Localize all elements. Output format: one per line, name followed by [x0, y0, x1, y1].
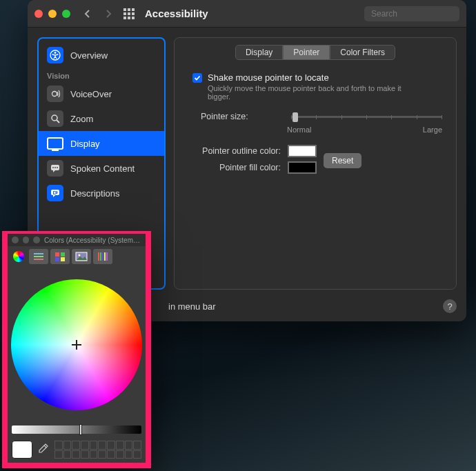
- color-wheel-area: [8, 267, 146, 423]
- svg-rect-13: [34, 259, 43, 260]
- shake-to-locate-hint: Quickly move the mouse pointer back and …: [208, 84, 415, 101]
- svg-point-2: [52, 92, 57, 97]
- svg-rect-21: [100, 252, 101, 261]
- picker-mode-palettes[interactable]: [50, 249, 70, 264]
- pointer-size-label: Pointer size:: [201, 112, 287, 121]
- svg-rect-23: [104, 252, 106, 261]
- outline-color-row: Pointer outline color: Reset: [184, 143, 446, 159]
- current-color-swatch[interactable]: [12, 441, 32, 459]
- forward-button[interactable]: [101, 6, 116, 21]
- search-input[interactable]: [364, 6, 459, 21]
- sidebar-item-label: Spoken Content: [70, 163, 135, 174]
- svg-rect-20: [98, 252, 99, 261]
- window-title: Accessibility: [145, 8, 208, 19]
- picker-titlebar: Colors (Accessibility (System P...: [8, 234, 146, 246]
- pencils-icon: [97, 251, 108, 262]
- zoom-button[interactable]: [62, 10, 70, 18]
- eyedropper-button[interactable]: [37, 443, 50, 457]
- slider-thumb[interactable]: [292, 112, 298, 122]
- slider-min-label: Normal: [287, 126, 311, 134]
- chevron-left-icon: [84, 10, 91, 18]
- sidebar-item-voiceover[interactable]: VoiceOver: [39, 81, 164, 106]
- question-icon: ?: [447, 301, 452, 312]
- sidebar-group-vision: Vision: [39, 68, 164, 81]
- pointer-size-slider[interactable]: [291, 116, 442, 118]
- svg-point-6: [52, 167, 54, 168]
- close-button[interactable]: [34, 10, 43, 18]
- svg-rect-12: [34, 256, 43, 257]
- shake-to-locate-label: Shake mouse pointer to locate: [208, 72, 329, 83]
- crosshair-icon: [72, 340, 81, 350]
- shake-to-locate-checkbox[interactable]: [192, 73, 202, 83]
- sidebar-item-label: Display: [70, 139, 100, 149]
- back-button[interactable]: [80, 6, 95, 21]
- sidebar-item-label: Overview: [70, 50, 108, 61]
- sidebar-item-label: Descriptions: [70, 188, 120, 199]
- window-controls: [34, 10, 70, 18]
- picker-close-button[interactable]: [12, 237, 19, 243]
- svg-rect-14: [55, 252, 59, 257]
- picker-mode-wheel[interactable]: [10, 249, 27, 264]
- brightness-slider[interactable]: [12, 425, 141, 434]
- menubar-fragment-label: in menu bar: [168, 301, 216, 312]
- content-pane: Display Pointer Color Filters Shake mous…: [174, 37, 457, 290]
- accessibility-icon: [47, 47, 63, 63]
- eyedropper-icon: [37, 443, 49, 455]
- picker-title: Colors (Accessibility (System P...: [44, 237, 141, 244]
- picker-mode-bar: [8, 246, 146, 267]
- picker-mode-sliders[interactable]: [29, 249, 48, 264]
- voiceover-icon: [47, 86, 63, 102]
- saved-swatches-grid[interactable]: [54, 441, 141, 459]
- speech-bubble-icon: [47, 160, 63, 177]
- show-all-button[interactable]: [121, 6, 137, 21]
- color-wheel-icon: [13, 251, 24, 262]
- color-wheel[interactable]: [11, 279, 142, 410]
- svg-rect-17: [61, 257, 65, 261]
- minimize-button[interactable]: [48, 10, 57, 18]
- pointer-size-row: Pointer size:: [184, 112, 446, 121]
- help-button[interactable]: ?: [443, 299, 457, 313]
- svg-point-3: [52, 115, 57, 121]
- tab-pointer[interactable]: Pointer: [283, 45, 330, 60]
- tab-display[interactable]: Display: [235, 45, 283, 60]
- grid-icon: [122, 7, 136, 21]
- svg-rect-16: [55, 257, 59, 261]
- picker-minimize-button[interactable]: [23, 237, 30, 243]
- sidebar-item-label: Zoom: [70, 114, 93, 124]
- sidebar-item-label: VoiceOver: [70, 89, 112, 99]
- sliders-icon: [33, 252, 44, 261]
- sidebar-item-zoom[interactable]: Zoom: [39, 106, 164, 131]
- outline-color-well[interactable]: [288, 145, 317, 157]
- svg-point-8: [57, 167, 58, 168]
- svg-point-7: [54, 167, 56, 168]
- slider-max-label: Large: [423, 126, 442, 134]
- sidebar-item-display[interactable]: Display: [39, 131, 164, 156]
- tab-bar: Display Pointer Color Filters: [184, 45, 446, 60]
- picker-zoom-button[interactable]: [33, 237, 40, 243]
- fill-color-label: Pointer fill color:: [184, 163, 281, 172]
- svg-rect-24: [106, 252, 108, 261]
- picker-mode-image[interactable]: [72, 249, 91, 264]
- shake-to-locate-row: Shake mouse pointer to locate: [192, 72, 446, 83]
- svg-point-1: [54, 52, 57, 54]
- svg-line-4: [57, 120, 59, 123]
- brightness-thumb[interactable]: [79, 424, 82, 435]
- descriptions-icon: D: [47, 185, 63, 201]
- reset-button[interactable]: Reset: [324, 153, 361, 168]
- palette-icon: [54, 252, 66, 261]
- fill-color-well[interactable]: [288, 161, 317, 174]
- image-icon: [75, 252, 88, 261]
- svg-rect-15: [61, 252, 65, 257]
- sidebar-item-spoken-content[interactable]: Spoken Content: [39, 156, 164, 181]
- tab-color-filters[interactable]: Color Filters: [330, 45, 395, 60]
- picker-mode-pencils[interactable]: [93, 249, 112, 264]
- zoom-icon: [47, 110, 63, 127]
- sidebar-item-overview[interactable]: Overview: [39, 43, 164, 68]
- svg-rect-22: [102, 252, 103, 261]
- color-picker-panel: Colors (Accessibility (System P...: [2, 231, 151, 468]
- display-icon: [47, 135, 63, 152]
- picker-bottom-bar: [8, 437, 146, 463]
- fill-color-row: Pointer fill color:: [184, 161, 446, 174]
- svg-point-19: [79, 254, 81, 257]
- sidebar-item-descriptions[interactable]: D Descriptions: [39, 181, 164, 206]
